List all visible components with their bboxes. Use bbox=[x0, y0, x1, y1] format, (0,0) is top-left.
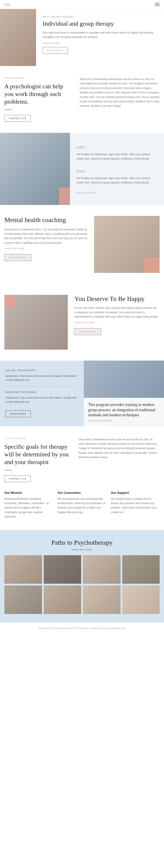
numbered-item-two: two Vel fringilla est ullamcorper eget n… bbox=[77, 168, 157, 185]
happy-learn-more-button[interactable]: LEARN MORE bbox=[74, 328, 101, 335]
workshops-right: This program provides training in modern… bbox=[84, 361, 164, 426]
info-label: INFORMATION bbox=[4, 77, 71, 79]
footer: Sample text. Click to select the text bo… bbox=[0, 623, 164, 634]
mission-column: Our Mission Making professional counseli… bbox=[4, 491, 53, 519]
paths-grid bbox=[4, 555, 160, 614]
hero-label: BEST ONLINE THERAPY bbox=[43, 16, 157, 18]
workshops-read-more-button[interactable]: READ MORE bbox=[5, 410, 31, 417]
path-image-4 bbox=[122, 555, 160, 584]
hero-section: BEST ONLINE THERAPY Individual and group… bbox=[0, 9, 164, 66]
hamburger-menu[interactable] bbox=[155, 3, 160, 6]
services-text: Vitae tortor condimentum lacinia quis ve… bbox=[79, 437, 160, 460]
services-columns: Our Mission Making professional counseli… bbox=[4, 491, 160, 519]
hero-title: Individual and group therapy bbox=[43, 20, 157, 27]
happy-right: You Deserve To Be Happy Ut enim ad minim… bbox=[74, 295, 160, 350]
info-text: Vitae tortor condimentum lacinia quis ve… bbox=[80, 77, 160, 108]
one-two-section: one Vel fringilla est ullamcorper eget n… bbox=[0, 133, 164, 205]
pink-accent-block bbox=[59, 187, 70, 205]
happy-left bbox=[4, 295, 68, 350]
weekend-programs-label: WEEKEND PROGRAMS bbox=[5, 391, 78, 394]
services-left: OUR SERVICES Specific goals for therapy … bbox=[4, 437, 72, 482]
info-section: INFORMATION A psychologist can help you … bbox=[0, 66, 164, 133]
path-image-2 bbox=[44, 555, 81, 584]
info-contact-button[interactable]: CONTACT US bbox=[4, 115, 31, 122]
happy-section: You Deserve To Be Happy Ut enim ad minim… bbox=[0, 284, 164, 361]
header: logo bbox=[0, 0, 164, 9]
path-image-6 bbox=[44, 585, 81, 614]
services-divider bbox=[4, 470, 12, 470]
workshops-overlay-credit: IMAGE FROM FREEPIK bbox=[88, 420, 160, 422]
one-two-img-credit: Image from Freepik bbox=[77, 192, 157, 194]
item-two-text: Vel fringilla est ullamcorper eget nulla… bbox=[77, 176, 157, 185]
workshops-overlay-title: This program provides training in modern… bbox=[88, 402, 160, 417]
mission-title: Our Mission bbox=[4, 491, 53, 495]
path-image-1 bbox=[4, 555, 42, 584]
counselors-text: We are passionate and compassionate prof… bbox=[57, 497, 106, 515]
happy-img-credit: Images from Freepik bbox=[74, 321, 160, 324]
support-column: Our Support Our support team is always h… bbox=[111, 491, 160, 519]
counselors-title: Our Counselors bbox=[57, 491, 106, 495]
happy-image bbox=[4, 295, 68, 350]
workshops-section: ONLINE WORKSHOPS Sample text. Click to s… bbox=[0, 361, 164, 426]
services-title: Specific goals for therapy will be deter… bbox=[4, 443, 72, 466]
info-divider bbox=[4, 110, 12, 110]
weekend-programs-text: Sample text. Click to select the text bo… bbox=[5, 396, 78, 404]
services-right: Vitae tortor condimentum lacinia quis ve… bbox=[79, 437, 160, 482]
services-contact-button[interactable]: CONTACT US bbox=[4, 475, 31, 482]
path-image-3 bbox=[83, 555, 121, 584]
workshops-left: ONLINE WORKSHOPS Sample text. Click to s… bbox=[0, 361, 84, 426]
happy-title: You Deserve To Be Happy bbox=[74, 295, 160, 303]
one-two-content: one Vel fringilla est ullamcorper eget n… bbox=[70, 133, 164, 205]
paths-img-credit: Images from Freepik bbox=[4, 549, 160, 551]
online-workshops-text: Sample text. Click to select the text bo… bbox=[5, 374, 78, 382]
path-image-5 bbox=[4, 585, 42, 614]
coaching-image bbox=[94, 216, 160, 273]
footer-text: Sample text. Click to select the text bo… bbox=[4, 627, 160, 629]
support-text: Our support team is always here to answe… bbox=[111, 497, 160, 515]
item-one-title: one bbox=[77, 144, 157, 150]
logo: logo bbox=[4, 3, 10, 6]
happy-text: Ut enim ad minim veniam, quis nostrud ex… bbox=[74, 306, 160, 319]
services-top: OUR SERVICES Specific goals for therapy … bbox=[4, 437, 160, 482]
counselors-column: Our Counselors We are passionate and com… bbox=[57, 491, 106, 519]
coaching-right bbox=[94, 216, 160, 273]
numbered-item-one: one Vel fringilla est ullamcorper eget n… bbox=[77, 144, 157, 161]
item-two-title: two bbox=[77, 168, 157, 174]
one-two-image bbox=[0, 133, 70, 205]
coaching-title: Mental health coaching bbox=[4, 216, 87, 224]
coaching-text: Give sincere compliments often. You can … bbox=[4, 227, 87, 245]
support-title: Our Support bbox=[111, 491, 160, 495]
hero-read-more-button[interactable]: READ MORE bbox=[43, 47, 68, 54]
path-image-8 bbox=[122, 585, 160, 614]
hero-content: BEST ONLINE THERAPY Individual and group… bbox=[36, 9, 164, 66]
coaching-left: Mental health coaching Give sincere comp… bbox=[4, 216, 87, 273]
mission-text: Making professional counseling accessibl… bbox=[4, 497, 53, 519]
hero-text: Duis aute irure dolor in reprehenderit i… bbox=[43, 30, 157, 39]
info-left: INFORMATION A psychologist can help you … bbox=[4, 77, 73, 122]
online-workshops-label: ONLINE WORKSHOPS bbox=[5, 369, 78, 372]
info-title: A psychologist can help you work through… bbox=[4, 83, 71, 105]
paths-section: Paths to Psychotherapy Images from Freep… bbox=[0, 530, 164, 623]
coaching-img-credit: Images from Freepik bbox=[4, 247, 87, 250]
coaching-learn-more-button[interactable]: LEARN MORE bbox=[4, 254, 31, 261]
workshops-overlay: This program provides training in modern… bbox=[84, 398, 164, 426]
coaching-pink-accent bbox=[144, 257, 160, 273]
item-one-text: Vel fringilla est ullamcorper eget nulla… bbox=[77, 152, 157, 161]
happy-pink-accent bbox=[4, 295, 16, 307]
hero-image bbox=[0, 9, 36, 66]
coaching-section: Mental health coaching Give sincere comp… bbox=[0, 205, 164, 284]
services-section: OUR SERVICES Specific goals for therapy … bbox=[0, 426, 164, 530]
services-label: OUR SERVICES bbox=[4, 437, 72, 440]
path-image-7 bbox=[83, 585, 121, 614]
paths-title: Paths to Psychotherapy bbox=[4, 539, 160, 546]
hero-img-credit: Image by Freepik bbox=[43, 42, 157, 44]
info-right: Vitae tortor condimentum lacinia quis ve… bbox=[80, 77, 160, 122]
